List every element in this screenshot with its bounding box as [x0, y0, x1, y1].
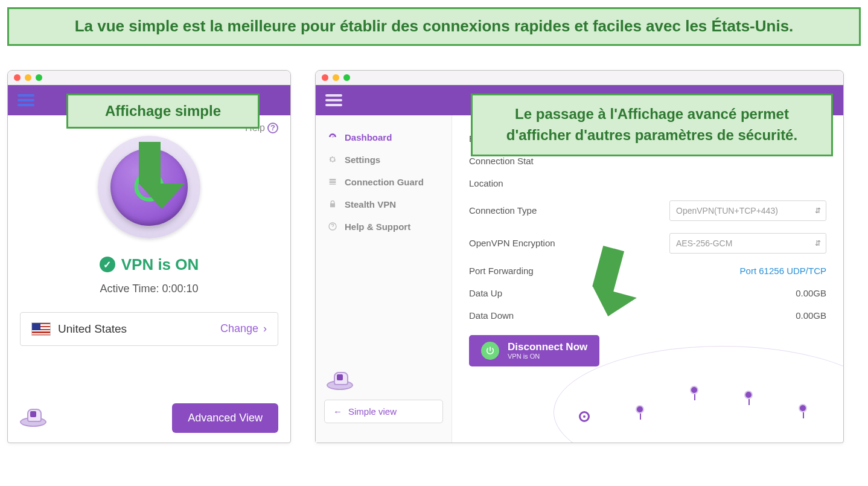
lock-icon — [328, 199, 337, 209]
disconnect-button[interactable]: Disconnect Now VPN is ON — [469, 335, 599, 366]
gauge-icon — [328, 132, 337, 142]
hamburger-menu-icon[interactable] — [18, 92, 34, 109]
field-label: Data Up — [469, 288, 502, 298]
sidebar-item-dashboard[interactable]: Dashboard — [316, 126, 452, 149]
minimize-icon[interactable] — [25, 74, 31, 81]
vpn-status: ✓ VPN is ON — [100, 255, 199, 274]
sidebar-item-stealth-vpn[interactable]: Stealth VPN — [316, 193, 452, 216]
pin-icon — [636, 405, 644, 414]
field-label: Connection Stat — [469, 156, 534, 166]
field-label: OpenVPN Encryption — [469, 238, 555, 248]
active-time: Active Time: 0:00:10 — [100, 283, 198, 295]
field-label: Port Forwarding — [469, 266, 534, 276]
disconnect-title: Disconnect Now — [508, 341, 587, 353]
minimize-icon[interactable] — [333, 74, 339, 81]
fullscreen-icon[interactable] — [343, 74, 350, 81]
select-value: OpenVPN(TUN+TCP+443) — [676, 206, 778, 216]
sidebar-item-help[interactable]: Help & Support — [316, 216, 452, 238]
close-icon[interactable] — [14, 74, 21, 81]
chevron-right-icon: › — [263, 322, 267, 335]
sidebar-item-connection-guard[interactable]: Connection Guard — [316, 171, 452, 193]
connection-type-select[interactable]: OpenVPN(TUN+TCP+443) — [669, 200, 826, 221]
window-titlebar — [8, 71, 290, 85]
advanced-view-button[interactable]: Advanced View — [172, 403, 278, 433]
vpn-status-text: VPN is ON — [121, 255, 199, 274]
sidebar-item-label: Settings — [345, 155, 380, 165]
gear-icon — [328, 155, 337, 164]
annotation-banner: La vue simple est la meilleure pour étab… — [7, 7, 861, 46]
sidebar-item-label: Help & Support — [345, 222, 410, 232]
sidebar-item-settings[interactable]: Settings — [316, 149, 452, 171]
close-icon[interactable] — [322, 74, 328, 81]
port-forwarding-value[interactable]: Port 61256 UDP/TCP — [740, 266, 826, 276]
shield-icon — [328, 177, 337, 187]
hat-logo-icon — [20, 409, 46, 427]
flag-us-icon — [31, 322, 51, 336]
sidebar: Dashboard Settings Connection Guard — [316, 115, 452, 443]
check-icon: ✓ — [100, 257, 115, 272]
sidebar-item-label: Stealth VPN — [345, 199, 396, 209]
encryption-select[interactable]: AES-256-GCM — [669, 233, 826, 254]
dashboard-panel: External IP Connection Stat Location Con… — [452, 115, 843, 443]
help-icon — [328, 222, 337, 231]
data-up-value: 0.00GB — [796, 288, 826, 298]
pin-icon — [744, 391, 753, 399]
arrow-left-icon: ← — [333, 406, 342, 417]
pin-icon — [690, 386, 698, 394]
callout-advanced-view: Le passage à l'Affichage avancé permet d… — [471, 94, 833, 156]
sidebar-item-label: Dashboard — [345, 132, 392, 142]
fullscreen-icon[interactable] — [36, 74, 42, 81]
simple-view-label: Simple view — [348, 406, 397, 417]
disconnect-subtitle: VPN is ON — [508, 353, 540, 360]
hamburger-menu-icon[interactable] — [325, 92, 342, 109]
hat-logo-icon — [327, 372, 353, 390]
simple-view-button[interactable]: ← Simple view — [324, 400, 443, 423]
field-label: Location — [469, 178, 503, 188]
callout-simple-view: Affichage simple — [66, 94, 260, 129]
pin-icon — [799, 404, 807, 412]
help-icon: ? — [267, 123, 278, 133]
power-icon — [481, 342, 499, 360]
change-location-link[interactable]: Change › — [220, 322, 267, 335]
change-label: Change — [220, 322, 258, 335]
location-name: United States — [58, 322, 127, 336]
select-value: AES-256-GCM — [676, 238, 732, 248]
sidebar-item-label: Connection Guard — [345, 177, 424, 187]
window-titlebar — [316, 71, 843, 85]
location-card: United States Change › — [20, 312, 278, 346]
location-marker-icon — [579, 411, 590, 422]
field-label: Connection Type — [469, 205, 537, 216]
field-label: Data Down — [469, 310, 514, 321]
data-down-value: 0.00GB — [796, 310, 826, 321]
